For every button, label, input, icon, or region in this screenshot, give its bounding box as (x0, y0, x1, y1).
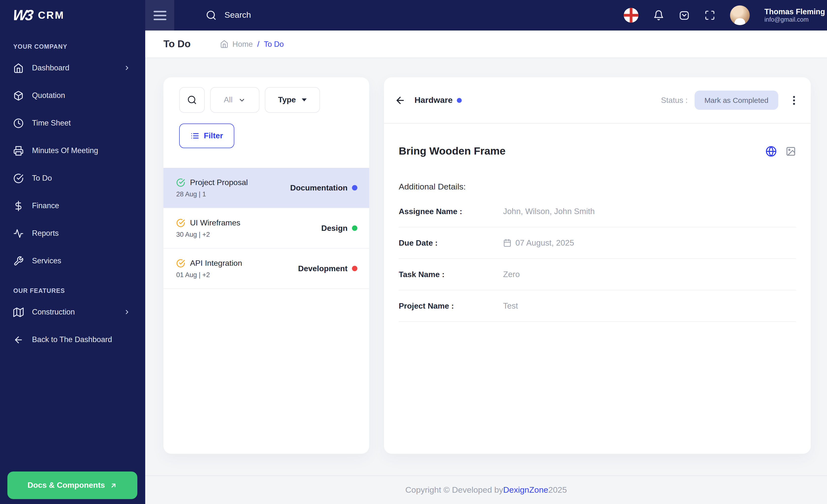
task-detail-title: Bring Wooden Frame (399, 145, 505, 157)
cube-icon (13, 90, 23, 101)
status-filter-value: All (224, 96, 233, 104)
filter-button[interactable]: Filter (179, 123, 234, 148)
copyright-year: 2025 (548, 485, 567, 495)
printer-icon (13, 145, 23, 156)
check-circle-icon (176, 218, 185, 227)
check-circle-icon (176, 178, 185, 187)
sidebar-item-back-to-dashboard[interactable]: Back to The Dashboard (0, 326, 145, 353)
app-window: W3 CRM YOUR COMPANY Dashboard Quotation … (0, 0, 827, 504)
task-list-item-api-integration[interactable]: API Integration 01 Aug | +2 Development (163, 249, 369, 289)
footer: Copyright © Developed by DexignZone 2025 (145, 475, 827, 504)
sidebar-item-label: To Do (32, 174, 52, 183)
sidebar-item-minutes-of-meeting[interactable]: Minutes Of Meeting (0, 137, 145, 164)
user-name: Thomas Fleming (765, 7, 825, 16)
filter-row: Filter (163, 113, 369, 148)
field-label: Project Name : (399, 301, 503, 310)
brand-name: CRM (38, 9, 64, 21)
sidebar-item-time-sheet[interactable]: Time Sheet (0, 109, 145, 137)
detail-body: Bring Wooden Frame Additional Details: A… (384, 145, 811, 322)
category-dot (352, 225, 357, 231)
chevron-down-icon (239, 96, 246, 104)
task-list: Project Proposal 28 Aug | 1 Documentatio… (163, 168, 369, 289)
task-category: Development (298, 264, 347, 273)
language-flag-icon[interactable] (624, 8, 638, 22)
breadcrumb-home-label: Home (232, 40, 253, 48)
type-filter-dropdown[interactable]: Type (265, 87, 320, 113)
search-icon (206, 10, 216, 21)
breadcrumb-bar: To Do Home / To Do (145, 31, 827, 58)
breadcrumb-home-link[interactable]: Home (220, 40, 253, 48)
sidebar-item-label: Quotation (32, 91, 65, 100)
user-menu[interactable]: Thomas Fleming info@gmail.com (765, 7, 825, 24)
search-input[interactable] (225, 10, 333, 20)
task-date: 01 Aug | +2 (176, 271, 242, 278)
sidebar-item-label: Time Sheet (32, 118, 70, 128)
sidebar-item-label: Minutes Of Meeting (32, 146, 98, 155)
top-header: Thomas Fleming info@gmail.com (145, 0, 827, 31)
list-filter-icon (191, 132, 199, 140)
sidebar-item-label: Construction (32, 308, 75, 316)
sidebar-item-services[interactable]: Services (0, 247, 145, 274)
check-circle-icon (176, 259, 185, 267)
sidebar-item-quotation[interactable]: Quotation (0, 82, 145, 109)
back-arrow-icon[interactable] (395, 95, 406, 106)
sidebar-item-label: Dashboard (32, 63, 69, 72)
breadcrumb-current: To Do (264, 40, 284, 48)
task-category: Documentation (290, 183, 347, 192)
category-dot (352, 266, 357, 271)
sidebar-item-to-do[interactable]: To Do (0, 164, 145, 192)
list-search-button[interactable] (179, 87, 205, 113)
brand-logo-icon: W3 (12, 7, 33, 23)
sidebar-item-label: Back to The Dashboard (32, 335, 112, 344)
status-label: Status : (661, 96, 688, 105)
task-list-item-ui-wireframes[interactable]: UI Wireframes 30 Aug | +2 Design (163, 208, 369, 249)
field-label: Due Date : (399, 239, 503, 247)
home-icon (220, 40, 229, 48)
activity-icon (13, 228, 23, 239)
calendar-icon (503, 239, 512, 247)
sidebar-item-construction[interactable]: Construction (0, 298, 145, 326)
user-email: info@gmail.com (765, 16, 825, 24)
chevron-right-icon (124, 309, 131, 315)
menu-toggle-button[interactable] (145, 0, 174, 31)
task-detail-panel: Hardware Status : Mark as Completed Brin… (384, 77, 811, 454)
sidebar-nav: Dashboard Quotation Time Sheet Minutes O… (0, 54, 145, 274)
docs-components-button[interactable]: Docs & Components (7, 471, 137, 499)
task-title: API Integration (190, 259, 242, 267)
sidebar: W3 CRM YOUR COMPANY Dashboard Quotation … (0, 0, 145, 504)
more-options-kebab-icon[interactable] (791, 94, 797, 107)
sidebar-item-reports[interactable]: Reports (0, 219, 145, 247)
notifications-bell-icon[interactable] (653, 10, 664, 21)
sidebar-item-label: Reports (32, 229, 59, 238)
type-filter-value: Type (278, 96, 296, 104)
dexignzone-link[interactable]: DexignZone (503, 485, 548, 495)
messages-mail-icon[interactable] (679, 10, 690, 21)
field-label: Task Name : (399, 270, 503, 279)
task-list-panel: All Type Filter Project Proposal (163, 77, 369, 454)
caret-down-icon (302, 98, 307, 101)
breadcrumb-separator: / (257, 40, 259, 48)
map-icon (13, 307, 23, 317)
brand-logo[interactable]: W3 CRM (0, 0, 145, 31)
field-value: John, Wilson, John Smith (503, 207, 595, 216)
sidebar-item-finance[interactable]: Finance (0, 192, 145, 219)
globe-icon[interactable] (766, 146, 777, 157)
page-title: To Do (163, 38, 191, 50)
mark-as-completed-button[interactable]: Mark as Completed (694, 91, 778, 110)
task-list-item-project-proposal[interactable]: Project Proposal 28 Aug | 1 Documentatio… (163, 168, 369, 208)
sidebar-item-dashboard[interactable]: Dashboard (0, 54, 145, 82)
fullscreen-icon[interactable] (704, 10, 715, 21)
category-dot (457, 98, 462, 103)
user-avatar[interactable] (730, 5, 750, 25)
detail-fields: Assignee Name : John, Wilson, John Smith… (399, 196, 796, 322)
dollar-icon (13, 201, 23, 211)
status-filter-dropdown[interactable]: All (210, 87, 259, 113)
hamburger-icon (153, 11, 166, 12)
field-row-project-name: Project Name : Test (399, 290, 796, 322)
task-date: 30 Aug | +2 (176, 231, 240, 238)
image-icon[interactable] (786, 146, 796, 156)
field-row-task-name: Task Name : Zero (399, 259, 796, 290)
chevron-right-icon (124, 64, 131, 71)
detail-header: Hardware Status : Mark as Completed (384, 77, 811, 123)
arrow-up-right-icon (110, 482, 117, 489)
